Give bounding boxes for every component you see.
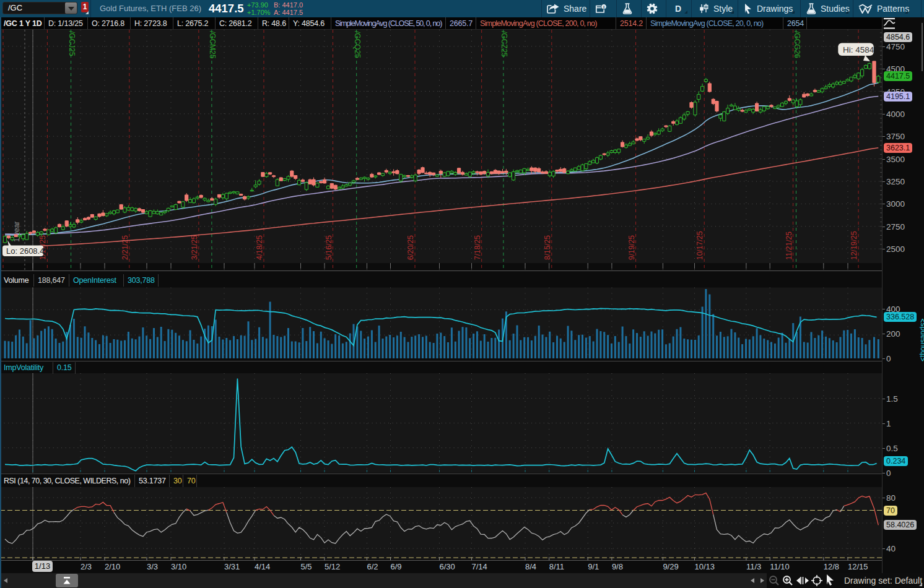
svg-text:/GCJ25: /GCJ25 — [68, 31, 76, 56]
svg-text:10/17/25: 10/17/25 — [695, 231, 704, 260]
svg-text:/GCG26: /GCG26 — [793, 31, 801, 58]
svg-text:/GCM25: /GCM25 — [208, 31, 217, 59]
svg-text:6/20/25: 6/20/25 — [406, 235, 415, 260]
svg-text:7/18/25: 7/18/25 — [473, 235, 482, 260]
svg-text:2/21/25: 2/21/25 — [121, 235, 129, 260]
svg-text:i: i — [603, 4, 604, 9]
svg-text:8/15/25: 8/15/25 — [543, 235, 552, 260]
svg-text:4/18/25: 4/18/25 — [255, 235, 264, 260]
svg-text:12/19/25: 12/19/25 — [850, 231, 858, 260]
svg-text:5/16/25: 5/16/25 — [325, 235, 333, 260]
svg-text:/GCQ25: /GCQ25 — [353, 31, 362, 58]
svg-text:/GCZ25: /GCZ25 — [500, 31, 508, 57]
svg-text:9/19/25: 9/19/25 — [627, 235, 636, 260]
svg-text:3/21/25: 3/21/25 — [190, 235, 199, 260]
svg-text:11/21/25: 11/21/25 — [785, 231, 793, 260]
svg-text:Hi: 4584: Hi: 4584 — [843, 45, 874, 54]
svg-text:Lo: 2608.4: Lo: 2608.4 — [6, 246, 44, 256]
